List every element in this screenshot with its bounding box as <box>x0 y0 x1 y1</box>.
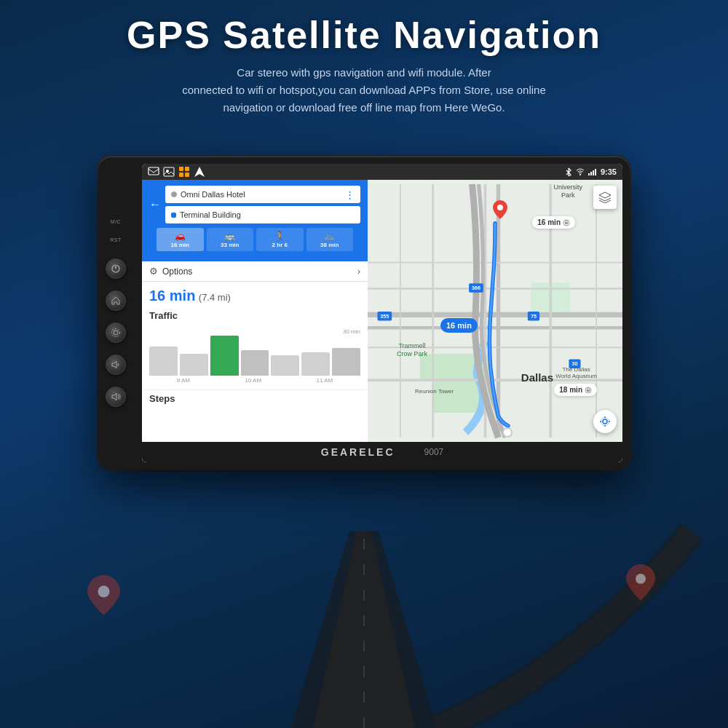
svg-point-50 <box>601 418 609 426</box>
svg-point-6 <box>112 329 120 337</box>
bar-3 <box>241 350 269 376</box>
drive-time: 16 min <box>171 242 189 248</box>
steps-section: Steps <box>142 389 368 407</box>
time-bubble-16min-center: 16 min <box>440 318 478 333</box>
tab-bike[interactable]: 🚲 38 min <box>306 228 354 251</box>
location-icon <box>599 416 611 427</box>
to-dot <box>171 213 176 218</box>
map-layers-button[interactable] <box>593 186 617 209</box>
to-location-text: Terminal Building <box>180 210 339 219</box>
photo-icon <box>163 166 175 178</box>
layers-icon <box>598 191 612 203</box>
header-section: GPS Satellite Navigation Car stereo with… <box>0 13 728 116</box>
lock-icon <box>563 219 570 226</box>
status-time: 9:35 <box>601 167 617 176</box>
app-icons <box>148 166 205 178</box>
time-bubble-18min: 18 min <box>554 384 597 396</box>
lock-icon-2 <box>585 387 592 394</box>
car-stereo-device: MIC RST <box>98 157 630 470</box>
svg-rect-18 <box>593 170 594 175</box>
home-button[interactable] <box>106 290 126 311</box>
destination-pin <box>493 200 507 219</box>
from-options-icon[interactable]: ⋮ <box>345 189 355 200</box>
bar-5 <box>301 352 330 376</box>
svg-point-44 <box>497 205 503 210</box>
walk-time: 2 hr 6 <box>272 242 288 248</box>
reunion-label: Reunion Tower <box>415 388 454 395</box>
volume-down-button[interactable] <box>106 355 126 375</box>
svg-text:355: 355 <box>380 314 389 320</box>
svg-rect-16 <box>588 173 590 175</box>
volume-up-button[interactable] <box>106 387 126 407</box>
traffic-section: Traffic 30 min <box>142 307 368 389</box>
tab-walk[interactable]: 🚶 2 hr 6 <box>256 228 304 251</box>
svg-rect-17 <box>590 172 592 175</box>
options-bar[interactable]: ⚙ Options › <box>142 261 368 282</box>
side-buttons-panel: MIC RST <box>106 219 126 407</box>
device-screen: 9:35 ← Omni Dallas Hotel <box>142 164 622 462</box>
to-location-field[interactable]: Terminal Building ⇵ <box>165 206 360 223</box>
svg-rect-8 <box>164 167 174 176</box>
bar-1 <box>149 347 178 376</box>
svg-rect-10 <box>179 167 183 171</box>
aquarium-label: The DallasWorld Aquarium <box>555 366 597 380</box>
svg-rect-48 <box>587 389 590 392</box>
svg-text:366: 366 <box>472 285 480 291</box>
bus-icon: 🚌 <box>224 231 235 241</box>
location-pin-right <box>626 564 655 601</box>
back-button[interactable]: ← <box>149 198 161 211</box>
trammell-label: TrammellCrow Park <box>397 342 427 358</box>
my-location-button[interactable] <box>593 410 617 433</box>
power-button[interactable] <box>106 258 126 279</box>
navigation-panel: ← Omni Dallas Hotel ⋮ Terminal Building <box>142 180 368 442</box>
svg-point-5 <box>114 331 118 335</box>
tab-bus[interactable]: 🚌 33 min <box>207 228 254 251</box>
options-icon: ⚙ <box>149 266 158 277</box>
from-location-field[interactable]: Omni Dallas Hotel ⋮ <box>165 186 360 203</box>
device-body: MIC RST <box>98 157 630 470</box>
brand-label: GEARELEC <box>321 446 395 458</box>
map-area[interactable]: 355 366 75 30 Dallas UniversityPark Tram… <box>368 180 622 442</box>
tab-drive[interactable]: 🚗 16 min <box>157 228 204 251</box>
svg-rect-13 <box>185 173 189 177</box>
steps-label: Steps <box>149 393 360 404</box>
screen-content: ← Omni Dallas Hotel ⋮ Terminal Building <box>142 180 622 442</box>
bus-time: 33 min <box>221 242 239 248</box>
status-right: 9:35 <box>565 167 617 176</box>
status-bar: 9:35 <box>142 164 622 180</box>
route-info-section: 16 min (7.4 mi) <box>142 282 368 307</box>
swap-button[interactable]: ⇵ <box>346 209 355 221</box>
rst-label: RST <box>110 237 122 242</box>
bar-6 <box>332 348 360 376</box>
svg-rect-11 <box>185 167 189 171</box>
bar-active <box>210 336 239 376</box>
x-label-2: 10 AM <box>245 377 261 384</box>
nav-icon <box>194 166 205 178</box>
route-time: 16 min <box>149 288 195 304</box>
nav-search-area: ← Omni Dallas Hotel ⋮ Terminal Building <box>142 180 368 261</box>
svg-marker-14 <box>194 167 205 177</box>
time-bubble-16-text: 16 min <box>537 218 561 226</box>
chart-bars <box>149 328 360 376</box>
wifi-icon <box>576 168 585 175</box>
settings-button[interactable] <box>106 323 126 343</box>
route-distance: (7.4 mi) <box>199 292 231 303</box>
location-pin-left <box>87 575 120 615</box>
svg-text:75: 75 <box>531 314 537 320</box>
options-label: Options <box>162 266 357 277</box>
university-park-label: UniversityPark <box>553 183 582 199</box>
traffic-chart: 30 min 9 AM <box>149 328 360 387</box>
time-bubble-center-text: 16 min <box>446 321 472 330</box>
chart-y-label: 30 min <box>343 328 360 335</box>
x-label-1: 9 AM <box>177 377 190 384</box>
drive-icon: 🚗 <box>175 231 186 241</box>
time-bubble-18-text: 18 min <box>559 386 582 394</box>
bluetooth-icon <box>565 167 572 176</box>
svg-point-49 <box>603 419 607 424</box>
traffic-label: Traffic <box>149 310 360 321</box>
walk-icon: 🚶 <box>274 231 285 241</box>
device-brand-bar: GEARELEC 9007 <box>142 442 622 462</box>
svg-point-2 <box>636 574 646 584</box>
page-title: GPS Satellite Navigation <box>58 13 670 57</box>
bike-time: 38 min <box>320 242 339 248</box>
